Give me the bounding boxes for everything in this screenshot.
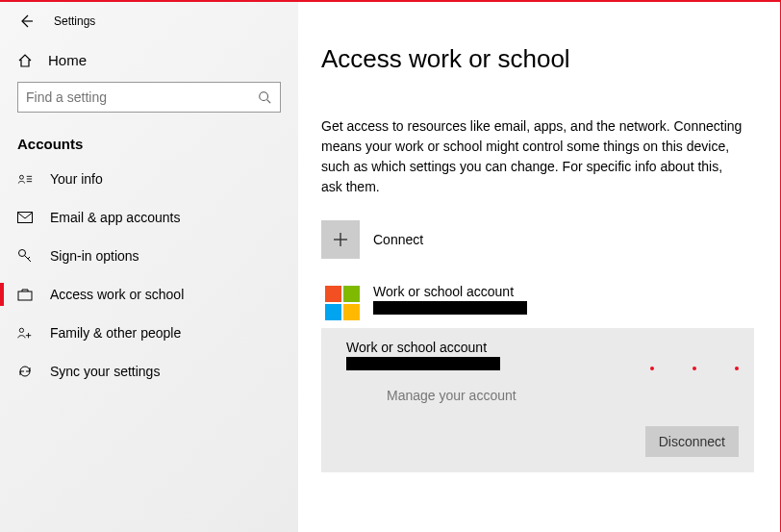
sidebar: Settings Home Accounts Your info bbox=[0, 2, 298, 532]
briefcase-icon bbox=[17, 287, 33, 302]
home-nav[interactable]: Home bbox=[0, 35, 298, 68]
nav-label: Sync your settings bbox=[50, 364, 160, 379]
nav-sync[interactable]: Sync your settings bbox=[0, 352, 298, 391]
home-label: Home bbox=[48, 52, 87, 68]
svg-rect-11 bbox=[18, 291, 32, 300]
window-title: Settings bbox=[54, 14, 95, 28]
titlebar: Settings bbox=[0, 2, 298, 35]
mail-icon bbox=[17, 210, 33, 225]
nav-access-work[interactable]: Access work or school bbox=[0, 275, 298, 314]
red-dots-annotation bbox=[650, 367, 739, 370]
account-lines: Work or school account bbox=[373, 284, 527, 315]
account-item-1[interactable]: Work or school account bbox=[321, 276, 754, 328]
section-title: Accounts bbox=[0, 113, 298, 160]
svg-line-2 bbox=[267, 100, 271, 104]
settings-window: Settings Home Accounts Your info bbox=[0, 0, 781, 532]
back-icon[interactable] bbox=[17, 13, 35, 29]
nav-label: Sign-in options bbox=[50, 248, 139, 264]
nav-signin-options[interactable]: Sign-in options bbox=[0, 237, 298, 275]
nav-label: Access work or school bbox=[50, 287, 184, 302]
account-title: Work or school account bbox=[346, 340, 500, 355]
disconnect-button[interactable]: Disconnect bbox=[645, 426, 739, 457]
nav-email-accounts[interactable]: Email & app accounts bbox=[0, 198, 298, 237]
svg-rect-7 bbox=[18, 213, 33, 223]
plus-icon bbox=[321, 220, 360, 259]
account-email-redacted bbox=[346, 357, 500, 370]
svg-point-1 bbox=[260, 92, 268, 101]
content-area: Access work or school Get access to reso… bbox=[298, 2, 780, 532]
people-plus-icon bbox=[17, 325, 33, 341]
search-icon bbox=[257, 89, 272, 105]
account-item-2-expanded[interactable]: Work or school account Manage your accou… bbox=[321, 328, 754, 472]
nav-label: Your info bbox=[50, 171, 103, 187]
nav-family[interactable]: Family & other people bbox=[0, 314, 298, 352]
search-wrap bbox=[0, 68, 298, 113]
svg-line-10 bbox=[28, 257, 30, 259]
page-description: Get access to resources like email, apps… bbox=[321, 116, 744, 197]
microsoft-logo-icon bbox=[325, 286, 360, 320]
search-box[interactable] bbox=[17, 82, 281, 113]
connect-label: Connect bbox=[373, 232, 423, 247]
home-icon bbox=[17, 53, 33, 68]
account-title: Work or school account bbox=[373, 284, 527, 299]
key-icon bbox=[17, 248, 33, 264]
connect-button[interactable]: Connect bbox=[321, 220, 780, 259]
nav-label: Family & other people bbox=[50, 325, 181, 341]
manage-account-link[interactable]: Manage your account bbox=[387, 388, 739, 403]
nav-label: Email & app accounts bbox=[50, 210, 180, 225]
search-input[interactable] bbox=[26, 89, 257, 105]
account-lines: Work or school account bbox=[346, 340, 500, 370]
svg-point-12 bbox=[19, 328, 23, 332]
sync-icon bbox=[17, 364, 33, 379]
person-card-icon bbox=[17, 171, 33, 187]
svg-point-8 bbox=[19, 250, 26, 257]
page-heading: Access work or school bbox=[321, 44, 780, 74]
nav-your-info[interactable]: Your info bbox=[0, 160, 298, 198]
account-email-redacted bbox=[373, 301, 527, 315]
svg-point-3 bbox=[19, 175, 23, 179]
